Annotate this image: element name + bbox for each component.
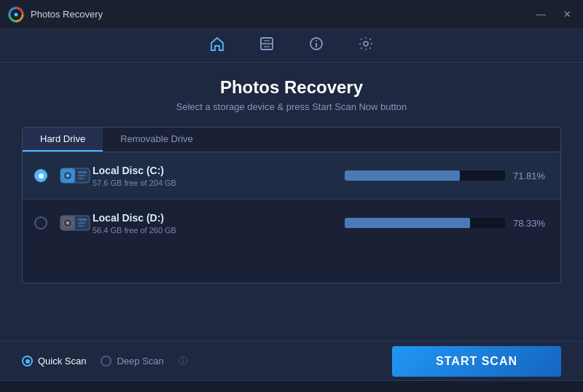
- drive-progress-bar-d: [345, 218, 505, 228]
- svg-rect-17: [78, 178, 84, 179]
- drive-icon-c: [58, 162, 93, 189]
- minimize-button[interactable]: —: [532, 7, 550, 21]
- app-title: Photos Recovery: [31, 9, 532, 20]
- nav-bar: [0, 29, 583, 63]
- main-content: Photos Recovery Select a storage device …: [0, 63, 583, 341]
- drive-list: Local Disc (C:) 57.6 GB free of 204 GB 7…: [22, 152, 561, 283]
- tab-hard-drive[interactable]: Hard Drive: [23, 128, 103, 152]
- info-nav-icon[interactable]: [302, 33, 330, 58]
- drive-radio-d[interactable]: [34, 216, 47, 230]
- svg-point-14: [66, 174, 69, 177]
- svg-rect-23: [78, 222, 85, 224]
- close-button[interactable]: ✕: [559, 7, 576, 21]
- home-nav-icon[interactable]: [203, 33, 231, 58]
- svg-point-2: [15, 12, 18, 16]
- scan-info-icon[interactable]: ⓘ: [179, 355, 187, 367]
- deep-scan-option[interactable]: Deep Scan: [101, 356, 163, 366]
- drive-progress-pct-d: 78.33%: [512, 218, 545, 229]
- drive-progress-bar-c: [345, 170, 505, 181]
- drive-name-d: Local Disc (D:): [93, 212, 345, 224]
- drive-free-c: 57.6 GB free of 204 GB: [93, 179, 345, 187]
- drive-progress-c: 71.81%: [345, 170, 549, 181]
- quick-scan-label: Quick Scan: [38, 356, 86, 366]
- drive-info-c: Local Disc (C:) 57.6 GB free of 204 GB: [93, 165, 345, 187]
- start-scan-button[interactable]: START SCAN: [392, 346, 561, 377]
- page-header: Photos Recovery Select a storage device …: [22, 77, 561, 112]
- drive-progress-fill-d: [345, 218, 470, 228]
- svg-point-9: [316, 40, 317, 42]
- page-subtitle: Select a storage device & press Start Sc…: [22, 101, 561, 112]
- svg-rect-24: [78, 225, 84, 227]
- footer: Retrieve deleted or lost photos in minut…: [0, 380, 583, 392]
- deep-scan-label: Deep Scan: [117, 356, 163, 366]
- bottom-bar: Quick Scan Deep Scan ⓘ START SCAN: [0, 341, 583, 380]
- drive-item-d[interactable]: Local Disc (D:) 56.4 GB free of 260 GB 7…: [23, 200, 560, 246]
- drive-name-c: Local Disc (C:): [93, 165, 345, 176]
- window-controls: — ✕: [532, 7, 576, 21]
- drive-progress-pct-c: 71.81%: [512, 170, 545, 181]
- deep-scan-radio[interactable]: [101, 356, 111, 366]
- scan-options: Quick Scan Deep Scan ⓘ: [22, 355, 187, 367]
- drive-info-d: Local Disc (D:) 56.4 GB free of 260 GB: [93, 212, 345, 235]
- drive-tabs: Hard Drive Removable Drive: [22, 127, 561, 152]
- scan-nav-icon[interactable]: [253, 33, 281, 58]
- drive-free-d: 56.4 GB free of 260 GB: [93, 226, 345, 235]
- drive-item-c[interactable]: Local Disc (C:) 57.6 GB free of 204 GB 7…: [23, 152, 560, 200]
- svg-rect-22: [78, 219, 87, 221]
- tab-removable-drive[interactable]: Removable Drive: [103, 128, 211, 152]
- title-bar: Photos Recovery — ✕: [0, 0, 583, 29]
- drive-progress-fill-c: [345, 170, 460, 181]
- drive-radio-c[interactable]: [34, 169, 47, 182]
- drive-icon-d: [58, 210, 93, 236]
- page-title: Photos Recovery: [22, 77, 561, 98]
- svg-rect-16: [78, 175, 85, 176]
- svg-rect-15: [78, 171, 87, 173]
- settings-nav-icon[interactable]: [352, 33, 380, 58]
- quick-scan-radio[interactable]: [22, 356, 33, 366]
- quick-scan-option[interactable]: Quick Scan: [22, 356, 86, 366]
- svg-point-10: [364, 42, 368, 46]
- svg-point-21: [66, 222, 69, 224]
- drive-progress-d: 78.33%: [345, 218, 549, 229]
- app-logo: [7, 6, 25, 23]
